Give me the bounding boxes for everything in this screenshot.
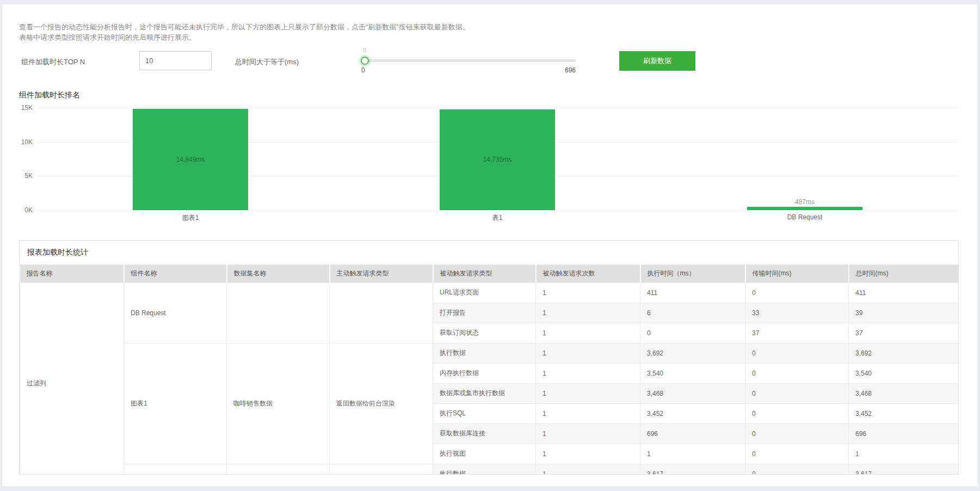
column-header: 被动触发请求类型: [433, 265, 536, 283]
table-row: 执行数据13,61703,617: [20, 464, 959, 475]
main-page: 查看一个报告的动态性能分析报告时，这个报告可能还未执行完毕，所以下方的图表上只展…: [2, 4, 978, 486]
y-tick-label: 10K: [2, 138, 33, 146]
passive-request-type-cell: 执行数据: [433, 343, 536, 363]
transfer-time-cell: 0: [745, 403, 849, 424]
table-row: 图表1咖啡销售数据返回数据给前台渲染执行数据13,69203,692: [20, 343, 959, 363]
total-time-cell: 3,452: [849, 403, 959, 424]
transfer-time-cell: 0: [745, 424, 849, 444]
passive-request-count-cell: 1: [536, 343, 640, 363]
chart-title: 组件加载时长排名: [19, 90, 80, 100]
threshold-label: 总时间大于等于(ms): [235, 57, 299, 67]
chart-y-axis: 15K10K5K0K: [2, 108, 33, 210]
x-category-label: 图表1: [37, 213, 344, 223]
total-time-cell: 411: [849, 283, 959, 303]
transfer-time-cell: 0: [745, 444, 849, 464]
exec-time-cell: 1: [640, 444, 745, 464]
total-time-cell: 3,617: [849, 464, 959, 475]
total-time-cell: 3,468: [849, 383, 959, 403]
column-header: 被动触发请求次数: [536, 265, 640, 283]
exec-time-cell: 6: [640, 303, 745, 323]
passive-request-type-cell: 执行视图: [433, 444, 536, 464]
passive-request-type-cell: 打开报告: [433, 303, 536, 323]
dataset-name-cell: 咖啡销售数据: [227, 343, 330, 464]
table-header-row: 报告名称组件名称数据集名称主动触发请求类型被动触发请求类型被动触发请求次数执行时…: [20, 265, 959, 283]
exec-time-cell: 411: [640, 283, 745, 303]
passive-request-type-cell: 内存执行数据: [433, 363, 536, 383]
stats-table-panel: 报表加载时长统计 报告名称组件名称数据集名称主动触发请求类型被动触发请求类型被动…: [19, 240, 959, 475]
column-header: 总时间(ms): [849, 265, 959, 283]
intro-text: 查看一个报告的动态性能分析报告时，这个报告可能还未执行完毕，所以下方的图表上只展…: [19, 22, 470, 42]
total-time-cell: 37: [849, 323, 959, 343]
passive-request-count-cell: 1: [536, 323, 640, 343]
exec-time-cell: 696: [640, 424, 745, 444]
x-category-label: 表1: [344, 213, 651, 223]
slider-track[interactable]: [361, 59, 576, 62]
exec-time-cell: 3,617: [640, 464, 745, 475]
report-name-cell: 过滤列: [20, 283, 124, 475]
slider-tooltip: 0: [363, 47, 366, 53]
exec-time-cell: 0: [640, 323, 745, 343]
stats-table: 报告名称组件名称数据集名称主动触发请求类型被动触发请求类型被动触发请求次数执行时…: [20, 265, 959, 475]
chart-plot: 14,849ms14,735ms487ms: [37, 108, 958, 210]
active-request-type-cell: [330, 283, 433, 343]
passive-request-count-cell: 1: [536, 424, 640, 444]
passive-request-count-cell: 1: [536, 403, 640, 424]
column-header: 传输时间(ms): [745, 265, 849, 283]
bar-value-label: 14,735ms: [344, 156, 651, 163]
passive-request-count-cell: 1: [536, 383, 640, 403]
component-name-cell: [124, 464, 227, 475]
total-time-cell: 696: [849, 424, 959, 444]
component-name-cell: 图表1: [124, 343, 227, 464]
transfer-time-cell: 0: [745, 383, 849, 403]
x-category-label: DB Request: [651, 213, 958, 221]
bar-value-label: 487ms: [651, 198, 958, 206]
active-request-type-cell: 返回数据给前台渲染: [330, 343, 433, 464]
refresh-data-button[interactable]: 刷新数据: [619, 51, 695, 71]
passive-request-count-cell: 1: [536, 444, 640, 464]
table-row: 过滤列DB RequestURL请求页面14110411: [20, 283, 959, 303]
transfer-time-cell: 0: [745, 464, 849, 475]
column-header: 执行时间（ms）: [640, 265, 745, 283]
component-name-cell: DB Request: [124, 283, 227, 343]
passive-request-type-cell: 数据库或集市执行数据: [433, 383, 536, 403]
exec-time-cell: 3,468: [640, 383, 745, 403]
y-tick-label: 5K: [2, 172, 33, 180]
total-time-cell: 3,540: [849, 363, 959, 383]
total-time-cell: 39: [849, 303, 959, 323]
y-tick-label: 15K: [2, 104, 33, 112]
table-title: 报表加载时长统计: [20, 241, 958, 265]
total-time-cell: 3,692: [849, 343, 959, 363]
bar-slot: 487ms: [651, 108, 958, 210]
transfer-time-cell: 0: [745, 343, 849, 363]
column-header: 主动触发请求类型: [330, 265, 433, 283]
intro-line-1: 查看一个报告的动态性能分析报告时，这个报告可能还未执行完毕，所以下方的图表上只展…: [19, 22, 470, 32]
dataset-name-cell: [227, 464, 330, 475]
passive-request-count-cell: 1: [536, 464, 640, 475]
slider-min-label: 0: [361, 66, 365, 74]
exec-time-cell: 3,692: [640, 343, 745, 363]
bar-slot: 14,849ms: [37, 108, 344, 210]
passive-request-count-cell: 1: [536, 283, 640, 303]
slider-handle[interactable]: [361, 57, 369, 65]
topn-input[interactable]: [139, 51, 212, 70]
exec-time-cell: 3,452: [640, 403, 745, 424]
passive-request-type-cell: 获取数据库连接: [433, 424, 536, 444]
passive-request-type-cell: 执行SQL: [433, 403, 536, 424]
chart-x-axis: 图表1表1DB Request: [37, 213, 958, 222]
dataset-name-cell: [227, 283, 330, 343]
passive-request-type-cell: URL请求页面: [433, 283, 536, 303]
transfer-time-cell: 0: [745, 283, 849, 303]
transfer-time-cell: 33: [745, 303, 849, 323]
column-header: 组件名称: [124, 265, 227, 283]
total-time-slider: 0 0 696: [361, 42, 576, 75]
column-header: 数据集名称: [227, 265, 330, 283]
bar-DB Request[interactable]: [747, 207, 862, 210]
intro-line-2: 表格中请求类型按照请求开始时间的先后顺序进行展示。: [19, 32, 470, 42]
passive-request-count-cell: 1: [536, 303, 640, 323]
bar-value-label: 14,849ms: [37, 156, 344, 163]
active-request-type-cell: [330, 464, 433, 475]
total-time-cell: 1: [849, 444, 959, 464]
transfer-time-cell: 0: [745, 363, 849, 383]
gridline: [37, 210, 958, 211]
passive-request-type-cell: 获取订阅状态: [433, 323, 536, 343]
